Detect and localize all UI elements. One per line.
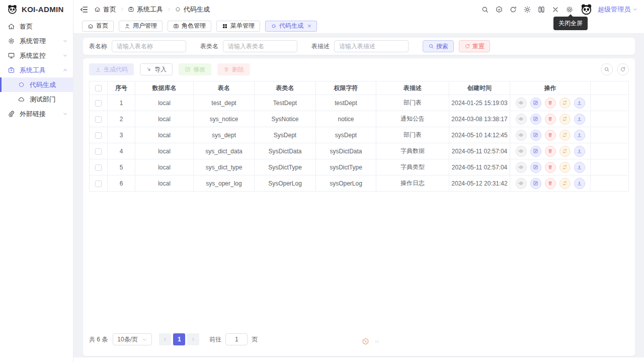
row-action-delete-button[interactable] — [545, 146, 556, 157]
toggle-search-button[interactable] — [601, 63, 613, 75]
app-logo[interactable]: KOI-ADMIN — [0, 0, 73, 19]
row-action-sync-button[interactable] — [559, 146, 571, 157]
table-row: 2localsys_noticeSysNoticenotice通知公告2024-… — [90, 111, 629, 127]
row-action-download-button[interactable] — [574, 98, 585, 109]
drag-handle-icon[interactable] — [373, 338, 380, 345]
tab-label: 角色管理 — [182, 22, 206, 30]
sidebar-item-code-generation[interactable]: 代码生成 — [0, 77, 73, 92]
row-checkbox[interactable] — [95, 180, 102, 187]
table-head: 序号数据库名表名表类名权限字符表描述创建时间操作 — [90, 81, 629, 95]
toolbox-icon — [8, 66, 15, 74]
row-action-delete-button[interactable] — [545, 178, 556, 189]
breadcrumb-item-home[interactable]: 首页 — [94, 5, 116, 14]
tab-menu-management[interactable]: 菜单管理 — [216, 21, 260, 32]
delete-button[interactable]: 删除 — [217, 63, 250, 75]
row-action-download-button[interactable] — [574, 114, 585, 125]
page-unit-label: 页 — [252, 335, 258, 344]
row-action-view-button[interactable] — [516, 178, 527, 189]
row-action-edit-button[interactable] — [530, 114, 541, 125]
row-action-edit-button[interactable] — [530, 162, 541, 173]
reset-button[interactable]: 重置 — [459, 40, 490, 52]
exit-fullscreen-button[interactable] — [548, 3, 562, 16]
devtools-icon[interactable] — [361, 337, 370, 345]
page-number-active[interactable]: 1 — [173, 333, 185, 345]
row-action-edit-button[interactable] — [530, 178, 541, 189]
layout-switch-button[interactable] — [534, 3, 548, 16]
sidebar-item-system-tools[interactable]: 系统工具 — [0, 63, 73, 77]
table-row: 6localsys_oper_logSysOperLogsysOperLog操作… — [90, 175, 629, 192]
import-button[interactable]: 导入 — [140, 63, 173, 75]
row-checkbox[interactable] — [95, 164, 102, 171]
circle-icon — [271, 23, 277, 29]
row-action-sync-button[interactable] — [559, 130, 571, 141]
breadcrumb-item-system-tools[interactable]: 系统工具 — [128, 5, 163, 14]
avatar[interactable] — [580, 3, 593, 16]
row-action-download-button[interactable] — [574, 162, 585, 173]
edit-button[interactable]: 修改 — [179, 63, 211, 75]
row-action-view-button[interactable] — [516, 130, 527, 141]
sidebar-item-test-department[interactable]: 测试部门 — [0, 92, 73, 107]
row-action-sync-button[interactable] — [559, 178, 571, 189]
generate-code-button[interactable]: 生成代码 — [89, 63, 134, 75]
table-class-input[interactable] — [223, 40, 297, 52]
collapse-sidebar-button[interactable] — [79, 5, 89, 14]
tab-user-management[interactable]: 用户管理 — [119, 21, 163, 32]
sidebar-item-external-links[interactable]: 外部链接 — [0, 107, 73, 121]
search-button[interactable] — [478, 3, 492, 16]
sidebar-item-home[interactable]: 首页 — [0, 19, 73, 34]
search-button[interactable]: 搜索 — [423, 40, 454, 52]
row-action-view-button[interactable] — [516, 162, 527, 173]
row-action-delete-button[interactable] — [545, 98, 556, 109]
row-action-download-button[interactable] — [574, 146, 585, 157]
page-size-select[interactable]: 10条/页 — [113, 333, 152, 345]
row-action-edit-button[interactable] — [530, 146, 541, 157]
row-action-download-button[interactable] — [574, 130, 585, 141]
row-action-download-button[interactable] — [574, 178, 585, 189]
row-action-edit-button[interactable] — [530, 98, 541, 109]
row-action-delete-button[interactable] — [545, 162, 556, 173]
sidebar-item-system-monitor[interactable]: 系统监控 — [0, 48, 73, 63]
row-action-view-button[interactable] — [516, 114, 527, 125]
cell-class: TestDept — [255, 95, 316, 111]
table-desc-input[interactable] — [334, 40, 409, 52]
guide-button[interactable] — [492, 3, 506, 16]
tab-role-management[interactable]: 角色管理 — [168, 21, 211, 32]
reset-icon — [464, 43, 470, 49]
tab-code-generation[interactable]: 代码生成 × — [265, 21, 317, 32]
refresh-table-button[interactable] — [617, 63, 629, 75]
sidebar-item-system-management[interactable]: 系统管理 — [0, 34, 73, 48]
cell-empty — [591, 95, 629, 111]
row-action-view-button[interactable] — [516, 146, 527, 157]
table-body: 1localtest_deptTestDepttestDept部门表2024-0… — [90, 95, 629, 192]
row-checkbox[interactable] — [95, 132, 102, 139]
prev-page-button[interactable] — [159, 333, 171, 345]
row-checkbox[interactable] — [95, 148, 102, 155]
button-label: 删除 — [232, 65, 244, 74]
select-all-checkbox[interactable] — [95, 85, 102, 92]
theme-toggle-button[interactable] — [520, 3, 534, 16]
next-page-button[interactable] — [187, 333, 199, 345]
row-checkbox[interactable] — [95, 100, 102, 107]
row-action-edit-button[interactable] — [530, 130, 541, 141]
search-icon — [428, 43, 434, 49]
row-action-delete-button[interactable] — [545, 130, 556, 141]
topbar-right: 超级管理员 — [478, 3, 638, 16]
table-row: 5localsys_dict_typeSysDictTypesysDictTyp… — [90, 159, 629, 175]
row-action-sync-button[interactable] — [559, 162, 571, 173]
row-checkbox[interactable] — [95, 116, 102, 123]
total-count: 共 6 条 — [89, 335, 108, 344]
goto-page-input[interactable] — [225, 333, 248, 345]
row-action-delete-button[interactable] — [545, 114, 556, 125]
refresh-button[interactable] — [506, 3, 520, 16]
row-action-sync-button[interactable] — [559, 98, 571, 109]
row-action-sync-button[interactable] — [559, 114, 571, 125]
row-action-view-button[interactable] — [516, 98, 527, 109]
table-name-input[interactable] — [112, 40, 186, 52]
breadcrumb-item-code-generation[interactable]: 代码生成 — [175, 5, 210, 14]
user-menu[interactable]: 超级管理员 — [598, 5, 638, 14]
tab-home[interactable]: 首页 — [82, 21, 114, 32]
cell-created: 2024-05-11 02:57:04 — [449, 143, 510, 159]
tab-close-icon[interactable]: × — [307, 23, 311, 29]
settings-button[interactable] — [562, 3, 576, 16]
gear-icon — [8, 37, 15, 45]
